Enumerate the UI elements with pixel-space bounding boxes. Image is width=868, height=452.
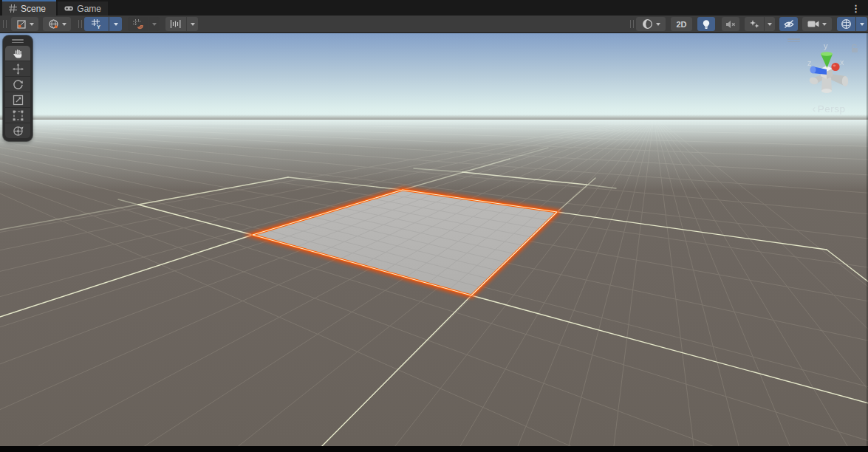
- overlay-drag-handle[interactable]: [3, 20, 7, 28]
- dropdown-caret: [656, 23, 660, 26]
- scene-grid-icon: [9, 4, 17, 13]
- scale-tool-button[interactable]: [5, 92, 30, 107]
- rotate-tool-button[interactable]: [5, 77, 30, 92]
- scene-visibility-button[interactable]: [779, 17, 798, 31]
- gizmo-drag-handle[interactable]: [787, 38, 800, 43]
- scene-toolbar: Y: [0, 16, 868, 33]
- overflow-menu-button[interactable]: ⋮: [851, 1, 861, 16]
- light-bulb-icon: [702, 19, 711, 30]
- dropdown-caret: [822, 23, 827, 26]
- y-axis-cone[interactable]: [821, 52, 833, 68]
- gizmo-y-label[interactable]: y: [824, 42, 828, 50]
- tools-drag-handle[interactable]: [12, 42, 24, 44]
- projection-arrow: ‹: [813, 103, 816, 114]
- gizmos-menu-button[interactable]: [837, 17, 855, 31]
- dropdown-caret: [114, 23, 118, 26]
- dropdown-caret: [191, 23, 195, 26]
- hand-icon: [13, 48, 24, 59]
- unity-scene-view-window: Scene Game ⋮: [0, 0, 868, 452]
- dropdown-caret: [768, 23, 772, 26]
- gizmo-z-label[interactable]: z: [807, 58, 812, 67]
- move-tool-button[interactable]: [5, 61, 30, 76]
- 2d-toggle-button[interactable]: 2D: [671, 17, 692, 31]
- overlay-drag-handle[interactable]: [78, 20, 82, 28]
- grid-visibility-dropdown[interactable]: [109, 17, 122, 31]
- view-hand-tool-button[interactable]: [5, 46, 30, 61]
- overlay-drag-handle[interactable]: [630, 20, 634, 28]
- rect-dashed-icon: [13, 110, 24, 121]
- dropdown-caret: [152, 23, 157, 26]
- game-gamepad-icon: [64, 5, 73, 12]
- tool-handle-orientation-button[interactable]: [43, 17, 71, 31]
- tab-bar: Scene Game ⋮: [0, 0, 868, 16]
- effects-button[interactable]: [745, 17, 764, 31]
- transform-icon: [13, 126, 24, 137]
- shaded-sphere-icon: [642, 18, 653, 30]
- effects-star-icon: [749, 19, 760, 30]
- effects-dropdown[interactable]: [765, 17, 775, 31]
- gizmo-x-label[interactable]: x: [840, 58, 844, 66]
- projection-label: Persp: [818, 103, 846, 114]
- scene-3d-canvas[interactable]: [0, 33, 868, 446]
- neg-y-axis-cone[interactable]: [821, 89, 832, 93]
- rect-tool-button[interactable]: [5, 108, 30, 123]
- rotate-circle-icon: [13, 79, 24, 90]
- gizmo-lock-icon[interactable]: [850, 44, 859, 53]
- grid-snapping-button[interactable]: [128, 17, 148, 31]
- snap-increment-icon: [170, 19, 182, 29]
- tab-scene-label: Scene: [21, 4, 46, 14]
- projection-mode-toggle[interactable]: ‹Persp: [795, 103, 863, 114]
- gizmos-menu-dropdown[interactable]: [856, 17, 867, 31]
- 2d-label: 2D: [676, 20, 686, 29]
- x-axis-cone[interactable]: [831, 63, 839, 71]
- tab-scene[interactable]: Scene: [2, 1, 56, 16]
- globe-icon: [48, 18, 59, 30]
- camera-settings-button[interactable]: [802, 17, 832, 31]
- tools-drag-handle[interactable]: [12, 39, 24, 41]
- camera-icon: [807, 20, 819, 28]
- svg-text:Y: Y: [97, 24, 100, 30]
- grid-snapping-dropdown[interactable]: [148, 17, 160, 31]
- pivot-square-icon: [16, 19, 27, 30]
- orientation-gizmo[interactable]: y x z: [800, 42, 853, 100]
- audio-muted-icon: [725, 20, 736, 29]
- neg-x-axis-cone[interactable]: [842, 76, 848, 86]
- move-arrows-icon: [13, 64, 24, 75]
- grid-y-icon: Y: [91, 18, 102, 30]
- tools-overlay: [3, 35, 33, 141]
- dropdown-caret: [30, 23, 34, 26]
- grid-magnet-icon: [132, 18, 143, 30]
- tab-game-label: Game: [77, 4, 101, 14]
- tab-game[interactable]: Game: [58, 1, 108, 16]
- dropdown-caret: [860, 23, 864, 26]
- dropdown-caret: [62, 23, 66, 26]
- scene-lighting-button[interactable]: [697, 17, 715, 31]
- grid-visibility-button[interactable]: Y: [84, 17, 109, 31]
- snap-increment-button[interactable]: [165, 17, 186, 31]
- transform-tool-button[interactable]: [5, 123, 30, 138]
- scene-viewport[interactable]: y x z ‹Persp: [0, 33, 868, 446]
- tool-handle-position-button[interactable]: [11, 17, 38, 31]
- window-bottom-edge: [0, 446, 868, 452]
- scene-audio-button[interactable]: [722, 17, 739, 31]
- shading-mode-button[interactable]: [636, 17, 666, 31]
- scale-icon: [13, 95, 24, 106]
- snap-increment-dropdown[interactable]: [187, 17, 198, 31]
- eye-hidden-icon: [783, 19, 795, 29]
- gizmo-sphere-icon: [841, 18, 852, 30]
